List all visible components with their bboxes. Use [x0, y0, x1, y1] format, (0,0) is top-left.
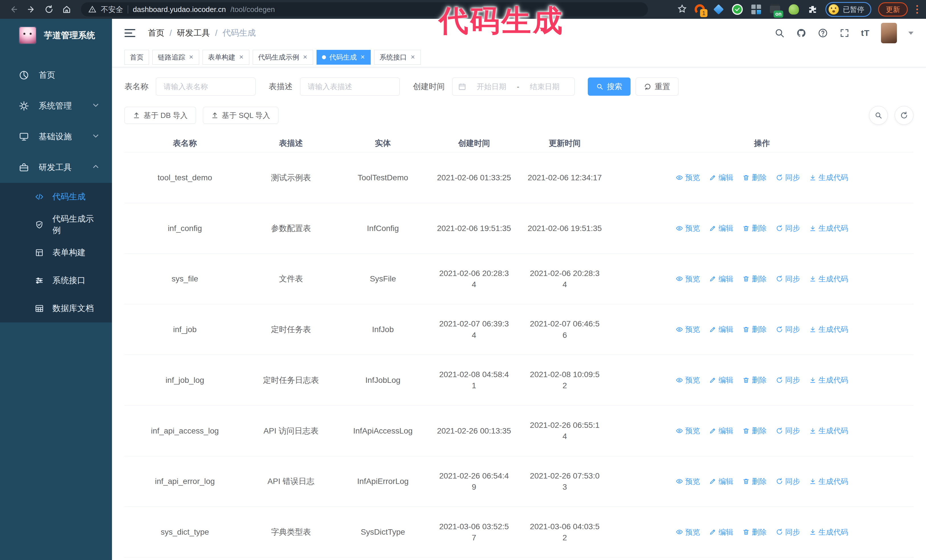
- browser-back-button[interactable]: [6, 2, 21, 17]
- fullscreen-icon[interactable]: [840, 28, 850, 38]
- edit-link[interactable]: 编辑: [709, 426, 733, 436]
- close-icon[interactable]: [239, 53, 244, 61]
- close-icon[interactable]: [189, 53, 194, 61]
- browser-update-button[interactable]: 更新: [878, 2, 908, 17]
- extension-check-icon[interactable]: [731, 3, 743, 15]
- sidebar-item-devtools[interactable]: 研发工具: [0, 152, 112, 183]
- tab-tracing[interactable]: 链路追踪: [153, 50, 199, 65]
- user-avatar[interactable]: [881, 23, 897, 43]
- start-date-input[interactable]: [470, 82, 513, 91]
- tab-system-api[interactable]: 系统接口: [374, 50, 421, 65]
- logo[interactable]: 芋道管理系统: [0, 19, 112, 52]
- github-icon[interactable]: [796, 28, 806, 38]
- help-icon[interactable]: [818, 28, 828, 38]
- import-sql-button[interactable]: 基于 SQL 导入: [203, 107, 278, 124]
- sync-link[interactable]: 同步: [776, 527, 800, 537]
- tab-home[interactable]: 首页: [124, 50, 149, 65]
- generate-code-link[interactable]: 生成代码: [809, 324, 848, 334]
- generate-code-link[interactable]: 生成代码: [809, 426, 848, 436]
- generate-code-link[interactable]: 生成代码: [809, 274, 848, 284]
- generate-code-link[interactable]: 生成代码: [809, 375, 848, 385]
- toggle-search-button[interactable]: [869, 106, 888, 125]
- preview-link[interactable]: 预览: [676, 476, 700, 486]
- bookmark-star-icon[interactable]: [677, 4, 687, 15]
- preview-link[interactable]: 预览: [676, 223, 700, 233]
- table-name-input[interactable]: [156, 77, 256, 96]
- dashboard-icon: [19, 70, 29, 80]
- reset-button[interactable]: 重置: [635, 77, 678, 96]
- sidebar-item-codegen-example[interactable]: 代码生成示例: [0, 211, 112, 239]
- delete-link[interactable]: 删除: [743, 527, 767, 537]
- sync-link[interactable]: 同步: [776, 223, 800, 233]
- preview-link[interactable]: 预览: [676, 527, 700, 537]
- end-date-input[interactable]: [524, 82, 566, 91]
- edit-link[interactable]: 编辑: [709, 527, 733, 537]
- browser-home-button[interactable]: [59, 2, 74, 17]
- extensions-puzzle-icon[interactable]: [806, 3, 819, 15]
- delete-link[interactable]: 删除: [743, 476, 767, 486]
- delete-link[interactable]: 删除: [743, 274, 767, 284]
- extension-gem-icon[interactable]: [713, 3, 725, 15]
- refresh-table-button[interactable]: [895, 106, 914, 125]
- preview-link[interactable]: 预览: [676, 172, 700, 183]
- edit-link[interactable]: 编辑: [709, 476, 733, 486]
- tab-codegen-example[interactable]: 代码生成示例: [253, 50, 313, 65]
- close-icon[interactable]: [303, 53, 308, 61]
- date-range-picker[interactable]: -: [452, 77, 575, 96]
- extension-orange-icon[interactable]: 1: [694, 3, 706, 15]
- preview-link[interactable]: 预览: [676, 324, 700, 334]
- close-icon[interactable]: [410, 53, 415, 61]
- sidebar-item-form-builder[interactable]: 表单构建: [0, 239, 112, 267]
- sidebar-item-system[interactable]: 系统管理: [0, 91, 112, 121]
- sync-link[interactable]: 同步: [776, 172, 800, 183]
- avatar-caret-icon[interactable]: [908, 32, 914, 35]
- breadcrumb-devtools[interactable]: 研发工具: [177, 27, 210, 39]
- edit-link[interactable]: 编辑: [709, 274, 733, 284]
- extension-dark-icon[interactable]: on: [769, 3, 781, 15]
- browser-forward-button[interactable]: [24, 2, 39, 17]
- sidebar-item-system-api[interactable]: 系统接口: [0, 267, 112, 294]
- font-size-icon[interactable]: tT: [861, 28, 870, 38]
- edit-link[interactable]: 编辑: [709, 324, 733, 334]
- tab-codegen[interactable]: 代码生成: [316, 50, 371, 65]
- import-db-button[interactable]: 基于 DB 导入: [124, 107, 196, 124]
- sidebar-item-home[interactable]: 首页: [0, 60, 112, 91]
- delete-link[interactable]: 删除: [743, 426, 767, 436]
- extension-grid-icon[interactable]: [750, 3, 762, 15]
- delete-link[interactable]: 删除: [743, 223, 767, 233]
- sidebar-item-db-doc[interactable]: 数据库文档: [0, 294, 112, 323]
- edit-link[interactable]: 编辑: [709, 375, 733, 385]
- sidebar-toggle-icon[interactable]: [124, 29, 135, 37]
- preview-link[interactable]: 预览: [676, 426, 700, 436]
- url-bar[interactable]: 不安全 dashboard.yudao.iocoder.cn /tool/cod…: [81, 2, 648, 17]
- generate-code-link[interactable]: 生成代码: [809, 172, 848, 183]
- sync-link[interactable]: 同步: [776, 426, 800, 436]
- delete-link[interactable]: 删除: [743, 324, 767, 334]
- close-icon[interactable]: [360, 53, 365, 61]
- breadcrumb-home[interactable]: 首页: [148, 27, 164, 39]
- sync-link[interactable]: 同步: [776, 324, 800, 334]
- table-desc-input[interactable]: [300, 77, 400, 96]
- delete-link[interactable]: 删除: [743, 172, 767, 183]
- generate-code-link[interactable]: 生成代码: [809, 527, 848, 537]
- edit-link[interactable]: 编辑: [709, 223, 733, 233]
- search-icon[interactable]: [775, 28, 785, 38]
- generate-code-link[interactable]: 生成代码: [809, 476, 848, 486]
- paused-pill[interactable]: 已暂停: [825, 2, 871, 17]
- cell-create-time: 2021-03-06 03:52:5 7: [429, 507, 519, 557]
- preview-link[interactable]: 预览: [676, 375, 700, 385]
- delete-link[interactable]: 删除: [743, 375, 767, 385]
- sync-link[interactable]: 同步: [776, 476, 800, 486]
- tab-form-builder[interactable]: 表单构建: [203, 50, 249, 65]
- sidebar-item-infrastructure[interactable]: 基础设施: [0, 121, 112, 152]
- sync-link[interactable]: 同步: [776, 274, 800, 284]
- search-button[interactable]: 搜索: [588, 77, 631, 96]
- browser-menu-icon[interactable]: [915, 5, 920, 14]
- extension-android-icon[interactable]: [788, 3, 800, 15]
- sync-link[interactable]: 同步: [776, 375, 800, 385]
- edit-link[interactable]: 编辑: [709, 172, 733, 183]
- browser-reload-button[interactable]: [42, 2, 56, 17]
- sidebar-item-codegen[interactable]: 代码生成: [0, 183, 112, 211]
- preview-link[interactable]: 预览: [676, 274, 700, 284]
- generate-code-link[interactable]: 生成代码: [809, 223, 848, 233]
